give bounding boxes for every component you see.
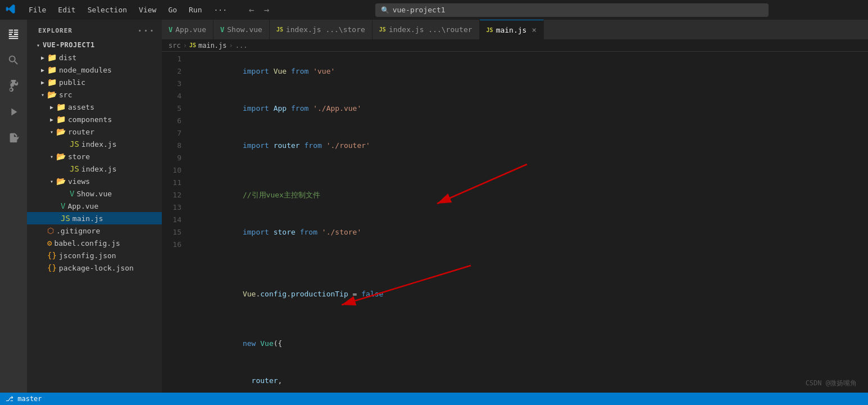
folder-icon-assets: 📁 [56,102,66,111]
spacer-store-index: ▶ [61,166,70,172]
gitignore-icon: ⬡ [47,226,54,235]
nav-back-button[interactable]: ← [246,3,258,17]
tree-label-components: components [68,115,112,124]
activity-bar [0,20,27,393]
code-line-2: import App from './App.vue' [190,90,868,127]
tree-label-public: public [59,78,85,87]
editor-area[interactable]: 1 2 3 4 5 6 7 8 9 10 11 12 13 14 15 16 [162,52,868,393]
babel-icon: ⚙ [47,238,52,248]
breadcrumb: src › JS main.js › ... [162,39,868,52]
tree-item-router-index[interactable]: ▶ JS index.js [27,138,162,150]
tab-label-show-vue: Show.vue [227,25,262,34]
vscode-logo [6,4,16,16]
tree-label-gitignore: .gitignore [56,227,100,235]
explorer-header: EXPLORER ··· [27,20,162,39]
code-line-10 [190,313,868,325]
activity-extensions[interactable] [3,128,24,148]
code-line-12: router, [190,362,868,393]
tab-show-vue[interactable]: V Show.vue [213,20,270,39]
tab-index-store[interactable]: JS index.js ...\store [270,20,372,39]
spacer-router-index: ▶ [61,141,70,147]
line-numbers: 1 2 3 4 5 6 7 8 9 10 11 12 13 14 15 16 [162,52,190,393]
tree-arrow-views: ▾ [47,178,56,184]
menu-go[interactable]: Go [163,4,181,16]
tree-arrow-src: ▾ [38,92,47,98]
menu-edit[interactable]: Edit [53,4,80,16]
spacer-package-lock: ▶ [38,265,47,271]
tree-item-public[interactable]: ▶ 📁 public [27,76,162,88]
menu-view[interactable]: View [134,4,161,16]
code-line-11: new Vue({ [190,325,868,362]
tree-item-app-vue[interactable]: ▶ V App.vue [27,200,162,212]
tree-item-components[interactable]: ▶ 📁 components [27,113,162,125]
spacer-show-vue: ▶ [61,191,70,197]
breadcrumb-sep-1: › [183,42,187,50]
tree-arrow-dist: ▶ [38,55,47,61]
activity-explorer[interactable] [3,24,24,44]
tree-label-babel: babel.config.js [54,239,120,248]
activity-search[interactable] [3,50,24,70]
menu-file[interactable]: File [24,4,51,16]
tab-js-icon-main: JS [487,27,493,33]
tree-item-assets[interactable]: ▶ 📁 assets [27,101,162,113]
tree-label-router-index: index.js [81,140,117,148]
search-icon: 🔍 [381,6,389,14]
tab-app-vue[interactable]: V App.vue [162,20,213,39]
tab-main-js[interactable]: JS main.js × [480,20,544,39]
tab-js-icon-store: JS [276,26,283,33]
menu-bar: File Edit Selection View Go Run ··· [24,4,231,16]
menu-more[interactable]: ··· [210,4,231,16]
folder-icon-node-modules: 📁 [47,65,57,74]
tab-index-router[interactable]: JS index.js ...\router [372,20,480,39]
tree-arrow-public: ▶ [38,79,47,86]
activity-source-control[interactable] [3,76,24,96]
tree-item-main-js[interactable]: ▶ JS main.js [27,212,162,224]
json-icon-package-lock: {} [47,263,57,272]
tree-item-store[interactable]: ▾ 📂 store [27,150,162,163]
tree-label-show-vue: Show.vue [76,190,112,198]
search-bar[interactable]: 🔍 vue-project1 [375,3,769,17]
tree-item-gitignore[interactable]: ▶ ⬡ .gitignore [27,224,162,237]
code-line-5: //引用vuex主控制文件 [190,177,868,214]
tree-arrow-store: ▾ [47,154,56,160]
menu-selection[interactable]: Selection [83,4,131,16]
tree-label-store-index: index.js [81,165,117,173]
activity-run[interactable] [3,102,24,122]
tree-item-src[interactable]: ▾ 📂 src [27,88,162,101]
tree-item-show-vue[interactable]: ▶ V Show.vue [27,187,162,200]
explorer-more-icon[interactable]: ··· [137,25,155,36]
tab-close-main[interactable]: × [531,25,536,34]
tree-label-package-lock: package-lock.json [59,264,134,272]
code-line-8 [190,263,868,276]
tree-item-package-lock[interactable]: ▶ {} package-lock.json [27,262,162,274]
tree-item-node-modules[interactable]: ▶ 📁 node_modules [27,64,162,76]
tree-label-store: store [68,152,90,161]
main-layout: EXPLORER ··· ▾ VUE-PROJECT1 ▶ 📁 dist ▶ 📁… [0,20,868,393]
vue-icon-app: V [61,201,65,210]
watermark: CSDN @微扬嘴角 [806,379,857,388]
tab-label-main-js: main.js [496,26,527,34]
tree-item-dist[interactable]: ▶ 📁 dist [27,51,162,64]
tree-project-root[interactable]: ▾ VUE-PROJECT1 [27,39,162,51]
nav-forward-button[interactable]: → [261,3,273,17]
breadcrumb-mainjs: main.js [198,42,227,50]
code-content: import Vue from 'vue' import App from '.… [190,52,868,393]
tree-item-views[interactable]: ▾ 📂 views [27,175,162,187]
tree-label-router: router [68,128,94,136]
menu-run[interactable]: Run [184,4,206,16]
tab-label-index-router: index.js ...\router [389,25,472,34]
tree-item-store-index[interactable]: ▶ JS index.js [27,163,162,175]
tree-item-babel[interactable]: ▶ ⚙ babel.config.js [27,237,162,249]
tree-arrow-router: ▾ [47,129,56,135]
folder-icon-router: 📂 [56,127,66,136]
tree-item-router[interactable]: ▾ 📂 router [27,125,162,138]
code-line-1: import Vue from 'vue' [190,53,868,90]
tab-vue-icon-show: V [220,26,224,34]
project-name: VUE-PROJECT1 [43,41,95,49]
code-line-6: import store from './store' [190,214,868,251]
nav-buttons: ← → [246,3,272,17]
tree-item-jsconfig[interactable]: ▶ {} jsconfig.json [27,249,162,262]
editor-container: V App.vue V Show.vue JS index.js ...\sto… [162,20,868,393]
tree-label-main-js: main.js [72,214,103,223]
titlebar: File Edit Selection View Go Run ··· ← → … [0,0,868,20]
